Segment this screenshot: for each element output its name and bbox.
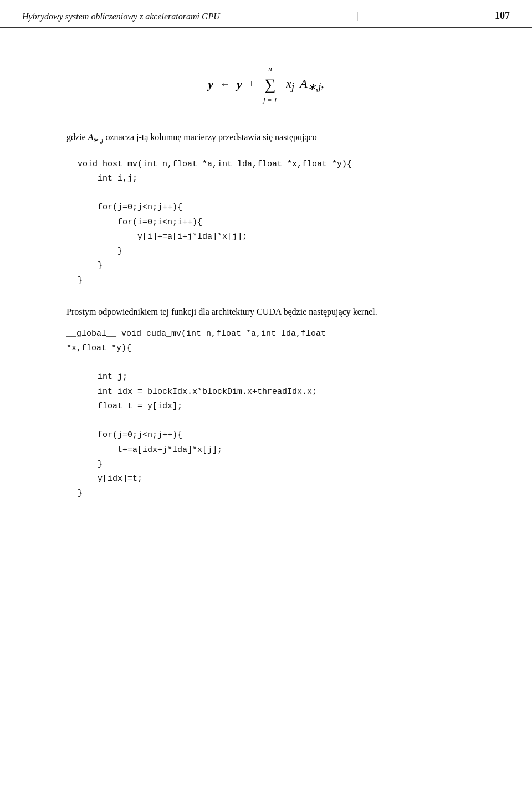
- page-header: Hybrydowy system obliczeniowy z akcelera…: [0, 0, 532, 28]
- formula-xj: xj: [286, 70, 294, 99]
- sigma-bottom: j = 1: [263, 92, 277, 109]
- formula-Astarj: A∗,j,: [300, 70, 324, 99]
- page-container: Hybrydowy system obliczeniowy z akcelera…: [0, 0, 532, 812]
- formula-y-left: y: [208, 71, 213, 97]
- cuda-mv-line1: __global__ void cuda_mv(int n,float *a,i…: [66, 329, 326, 338]
- gdzie-text: gdzie A∗,j oznacza j-tą kolumnę macierzy…: [66, 132, 317, 142]
- code-block-cuda-mv-header: __global__ void cuda_mv(int n,float *a,i…: [66, 327, 466, 356]
- formula-y-right: y: [237, 71, 242, 97]
- header-title: Hybrydowy system obliczeniowy z akcelera…: [22, 12, 220, 22]
- subscript-starj: ∗,j: [93, 136, 103, 144]
- formula-arrow: ←: [220, 74, 230, 96]
- gdzie-paragraph: gdzie A∗,j oznacza j-tą kolumnę macierzy…: [66, 130, 499, 146]
- page-content: y ← y + n ∑ j = 1 xj A∗,j, gdzie A: [0, 28, 532, 526]
- code-block-cuda-mv-body: int j; int idx = blockIdx.x*blockDim.x+t…: [78, 356, 466, 501]
- math-formula: y ← y + n ∑ j = 1 xj A∗,j,: [33, 55, 499, 114]
- sigma-symbol: ∑: [265, 77, 276, 92]
- formula-plus: +: [249, 74, 254, 96]
- sigma-top: n: [268, 61, 272, 77]
- paragraph-cuda-intro: Prostym odpowiednikiem tej funkcji dla a…: [66, 305, 466, 319]
- sigma-block: n ∑ j = 1: [263, 61, 277, 108]
- paragraph-text: Prostym odpowiednikiem tej funkcji dla a…: [66, 307, 377, 316]
- cuda-mv-line2: *x,float *y){: [66, 343, 131, 353]
- code-block-host-mv: void host_mv(int n,float *a,int lda,floa…: [78, 157, 466, 288]
- page-number: 107: [495, 10, 510, 22]
